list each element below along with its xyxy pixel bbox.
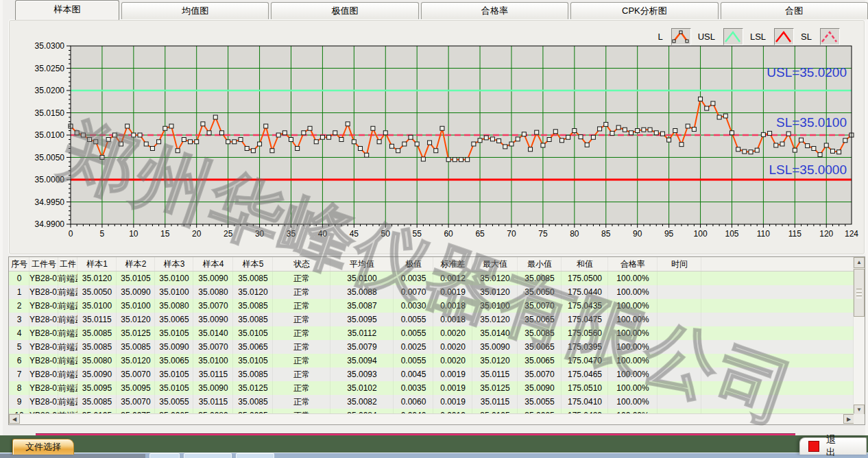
tab-1[interactable]: 均值图 [121,2,269,19]
vertical-scrollbar[interactable]: ▲ ▼ [854,257,865,415]
cell: 35.0090 [193,313,233,326]
cell: YB28-01 [29,395,58,409]
cell: 35.0090 [117,285,155,299]
svg-text:35.0200: 35.0200 [35,86,65,95]
column-header: 标准差 [433,257,472,271]
table-row[interactable]: 2YB28-01前端盖35.010035.010035.008035.00703… [9,299,854,313]
cell: 35.0085 [233,367,273,381]
column-header: 序号 [9,257,29,271]
table-row[interactable]: 0YB28-01前端盖35.012035.010535.010035.00903… [9,272,854,285]
table-row[interactable]: 3YB28-01前端盖35.011535.012035.006535.00903… [9,313,854,326]
column-header: 最小值 [518,257,562,271]
svg-text:75: 75 [538,229,548,239]
column-header: 样本1 [77,257,117,271]
cell: 35.0080 [77,354,117,367]
cell: 35.0085 [518,326,562,340]
column-header: 平均值 [330,257,394,271]
cell: 0.0035 [394,381,433,395]
cell: 35.0120 [77,272,117,285]
cell: 5 [9,340,29,354]
table-row[interactable]: 1YB28-01前端盖35.005035.009035.010035.00803… [9,285,854,299]
cell: 35.0080 [155,299,193,313]
table-row[interactable]: 9YB28-01前端盖35.008535.007035.005535.01153… [9,395,854,409]
cell: 35.0082 [330,395,394,409]
cell: 0.0025 [394,340,433,354]
cell: 正常 [273,354,330,367]
cell: 35.0115 [193,367,233,381]
table-row[interactable]: 8YB28-01前端盖35.009535.009535.010535.00903… [9,381,854,395]
cell: 35.0115 [472,367,518,381]
table-row[interactable]: 4YB28-01前端盖35.008535.012535.010535.01403… [9,326,854,340]
cell: 35.0140 [193,326,233,340]
tab-5[interactable]: 合图 [721,2,868,19]
table-row[interactable]: 5YB28-01前端盖35.008535.008535.009035.00703… [9,340,854,354]
cell: 0.0055 [394,354,433,367]
cell: 0.0019 [433,381,472,395]
tab-0[interactable]: 样本图 [15,0,119,20]
column-header: 极值 [394,257,433,271]
cell: 0.0018 [433,299,472,313]
table-row[interactable]: 7YB28-01前端盖35.009035.007035.010535.01153… [9,367,854,381]
cell: 0.0019 [433,285,472,299]
cell: 35.0140 [472,326,518,340]
svg-text:25: 25 [224,229,233,239]
legend-label-LSL: LSL [750,32,766,42]
tab-2[interactable]: 极值图 [271,2,418,19]
exit-button[interactable]: 退 出 [799,437,867,455]
cell: 正常 [273,299,330,313]
cell: 正常 [273,395,330,409]
column-header: 样本4 [193,257,233,271]
scroll-right-button[interactable]: ▶ [843,414,854,424]
filler-cell [701,340,854,354]
file-select-button[interactable]: 文件选择 [12,439,74,455]
svg-text:40: 40 [318,229,328,239]
cell: 35.0105 [155,326,193,340]
cell: 100.00% [608,326,658,340]
cell [658,395,701,409]
background-window-button [149,453,180,458]
cell: 35.0085 [233,299,273,313]
cell: 正常 [273,367,330,381]
scroll-up-button[interactable]: ▲ [854,257,865,268]
vertical-scroll-thumb[interactable] [854,269,865,317]
table-row[interactable]: 6YB28-01前端盖35.008035.012035.006535.01003… [9,354,854,367]
cell: 175.0440 [562,285,608,299]
cell: 35.0085 [77,326,117,340]
cell: 100.00% [608,367,658,381]
svg-text:55: 55 [413,229,422,239]
svg-text:35.0100: 35.0100 [35,130,65,140]
cell: 35.0055 [155,395,193,409]
svg-text:30: 30 [255,229,265,239]
cell: 35.0085 [518,272,562,285]
tab-4[interactable]: CPK分析图 [570,2,718,19]
cell: 35.0070 [117,395,155,409]
column-header: 工件号 [29,257,58,271]
cell: 前端盖 [58,299,77,313]
horizontal-scrollbar[interactable]: ◀ ▶ [9,413,854,424]
svg-text:45: 45 [350,229,359,239]
cell: YB28-01 [29,272,58,285]
cell [658,367,701,381]
cell: 35.0085 [233,395,273,409]
legend-l-line-icon [671,28,691,45]
column-header: 样本5 [233,257,273,271]
cell: 0.0020 [433,326,472,340]
cell: 35.0120 [117,354,155,367]
scroll-left-button[interactable]: ◀ [9,414,20,424]
svg-text:85: 85 [601,229,611,239]
cell: 前端盖 [58,313,77,326]
tab-3[interactable]: 合格率 [421,2,568,19]
cell: 前端盖 [58,395,77,409]
cell: 35.0065 [518,340,562,354]
cell: 35.0105 [233,326,273,340]
column-header: 状态 [273,257,330,271]
cell: 35.0105 [155,381,193,395]
cell: 35.0100 [193,354,233,367]
svg-text:35.0000: 35.0000 [35,175,65,184]
cell: 前端盖 [58,285,77,299]
cell: 35.0065 [155,354,193,367]
column-header: 最大值 [472,257,518,271]
cell: 35.0070 [117,367,155,381]
cell: 前端盖 [58,367,77,381]
cell: 35.0125 [233,381,273,395]
